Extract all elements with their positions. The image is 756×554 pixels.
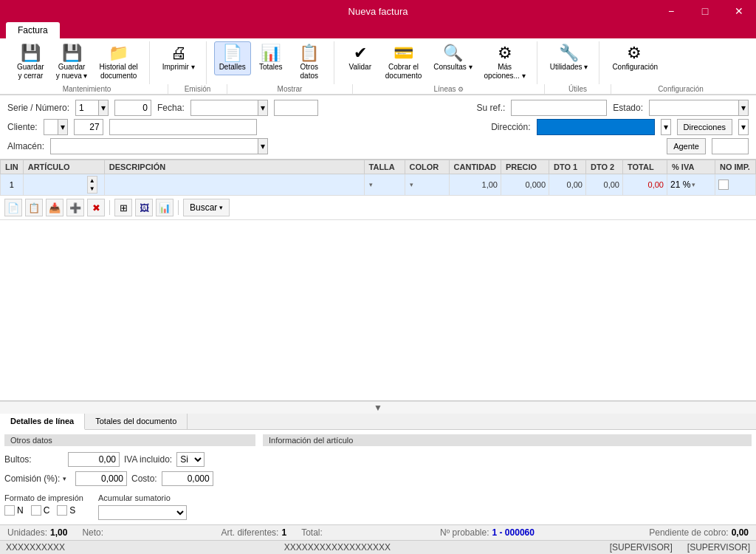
descripcion-input[interactable] bbox=[108, 179, 361, 190]
color-dropdown[interactable]: ▾ bbox=[408, 181, 446, 188]
direcciones-dd-arrow[interactable]: ▾ bbox=[739, 122, 748, 132]
fecha-extra-input[interactable] bbox=[274, 100, 318, 116]
cell-talla[interactable]: ▾ bbox=[364, 174, 405, 196]
otros-datos-button[interactable]: 📋 Otrosdatos bbox=[291, 41, 328, 84]
costo-input[interactable]: 0,000 bbox=[162, 471, 213, 486]
iva-arrow[interactable]: ▾ bbox=[692, 181, 695, 188]
serie-dropdown[interactable]: ▾ bbox=[98, 100, 108, 115]
bultos-input[interactable]: 0,00 bbox=[68, 452, 120, 467]
fecha-selector[interactable]: ▾ bbox=[190, 100, 268, 116]
iva-dropdown[interactable]: 21 % ▾ bbox=[670, 179, 712, 190]
comision-input[interactable]: 0,000 bbox=[75, 471, 127, 486]
collapse-row[interactable]: ▼ bbox=[0, 401, 756, 414]
direccion-dropdown-btn[interactable]: ▾ bbox=[661, 119, 671, 135]
serie-selector[interactable]: 1 ▾ bbox=[75, 100, 109, 116]
insert-row-button[interactable]: ➕ bbox=[66, 199, 84, 216]
table-row[interactable]: 1 ▲ ▼ ▾ bbox=[1, 174, 756, 196]
tab-totales-documento[interactable]: Totales del documento bbox=[85, 414, 188, 429]
direccion-dd-arrow[interactable]: ▾ bbox=[662, 122, 670, 132]
estado-dropdown[interactable]: ▾ bbox=[738, 100, 748, 115]
cell-iva[interactable]: 21 % ▾ bbox=[667, 174, 715, 196]
chart-button[interactable]: 📊 bbox=[156, 199, 173, 216]
almacen-input[interactable]: GENERAL bbox=[51, 139, 258, 154]
minimize-button[interactable]: − bbox=[654, 0, 688, 22]
cliente-dropdown[interactable]: ▾ bbox=[58, 120, 67, 134]
cliente-name-input[interactable]: XXXXXXXXXX bbox=[109, 119, 257, 135]
paste-row-button[interactable]: 📥 bbox=[46, 199, 63, 216]
check-c[interactable] bbox=[31, 505, 41, 516]
guardar-nueva-button[interactable]: 💾 Guardary nueva ▾ bbox=[51, 41, 93, 84]
cliente-selector[interactable]: ▾ bbox=[44, 119, 68, 135]
almacen-dropdown[interactable]: ▾ bbox=[258, 139, 267, 154]
acumular-select[interactable] bbox=[98, 505, 187, 520]
copy-row-button[interactable]: 📋 bbox=[25, 199, 43, 216]
utilidades-button[interactable]: 🔧 Utilidades ▾ bbox=[545, 41, 594, 75]
agente-button[interactable]: Agente bbox=[667, 138, 706, 154]
fecha-input[interactable] bbox=[191, 100, 258, 115]
maximize-button[interactable]: □ bbox=[688, 0, 722, 22]
cell-descripcion[interactable] bbox=[104, 174, 364, 196]
art-diferentes-value: 1 bbox=[281, 527, 286, 538]
articulo-input[interactable] bbox=[27, 179, 86, 190]
direcciones-dropdown[interactable]: ▾ bbox=[738, 119, 749, 135]
estado-input[interactable]: Pendiente bbox=[650, 100, 738, 115]
check-s-label: S bbox=[69, 505, 75, 516]
buscar-button[interactable]: Buscar ▾ bbox=[183, 199, 230, 216]
cliente-type-input[interactable] bbox=[44, 120, 58, 134]
imprimir-button[interactable]: 🖨 Imprimir ▾ bbox=[157, 41, 200, 75]
iva-incluido-select[interactable]: Si No bbox=[176, 452, 205, 467]
comision-arrow[interactable]: ▾ bbox=[63, 475, 66, 482]
collapse-icon[interactable]: ▼ bbox=[374, 403, 382, 413]
formato-checkboxes: N C S bbox=[4, 505, 83, 516]
numero-input[interactable] bbox=[114, 100, 151, 116]
delete-row-button[interactable]: ✖ bbox=[87, 199, 105, 216]
almacen-selector[interactable]: GENERAL ▾ bbox=[50, 138, 268, 154]
historial-button[interactable]: 📁 Historial deldocumento bbox=[94, 41, 143, 84]
fecha-dropdown[interactable]: ▾ bbox=[258, 100, 267, 115]
mas-opciones-icon: ⚙ bbox=[498, 45, 512, 61]
talla-dropdown[interactable]: ▾ bbox=[368, 181, 402, 188]
estado-label: Estado: bbox=[613, 103, 643, 113]
cell-articulo[interactable]: ▲ ▼ bbox=[23, 174, 104, 196]
cliente-num-input[interactable]: 27 bbox=[74, 119, 103, 135]
almacen-label: Almacén: bbox=[7, 141, 44, 151]
noimp-checkbox[interactable] bbox=[718, 179, 729, 190]
tab-detalles-linea[interactable]: Detalles de línea bbox=[0, 414, 85, 430]
configuracion-button[interactable]: ⚙ Configuración bbox=[607, 41, 662, 75]
pendiente-value: 0,00 bbox=[732, 527, 749, 538]
scroll-down-icon[interactable]: ▼ bbox=[88, 185, 97, 193]
articulo-scroll[interactable]: ▲ ▼ bbox=[87, 176, 97, 194]
footer-center: XXXXXXXXXXXXXXXXXX bbox=[284, 542, 391, 553]
su-ref-input[interactable] bbox=[511, 100, 607, 116]
check-s[interactable] bbox=[57, 505, 67, 516]
estado-selector[interactable]: Pendiente ▾ bbox=[649, 100, 749, 116]
cobrar-button[interactable]: 💳 Cobrar eldocumento bbox=[380, 41, 427, 84]
direccion-input[interactable] bbox=[537, 119, 655, 135]
mas-opciones-button[interactable]: ⚙ Másopciones... ▾ bbox=[479, 41, 531, 84]
image-button[interactable]: 🖼 bbox=[135, 199, 153, 216]
scroll-up-icon[interactable]: ▲ bbox=[88, 177, 97, 185]
direcciones-button[interactable]: Direcciones bbox=[677, 119, 732, 135]
iva-incluido-label: IVA incluido: bbox=[124, 454, 172, 465]
footer-supervisor1: [SUPERVISOR] bbox=[610, 542, 673, 553]
check-n[interactable] bbox=[4, 505, 15, 516]
cell-color[interactable]: ▾ bbox=[405, 174, 449, 196]
new-row-button[interactable]: 📄 bbox=[4, 199, 22, 216]
cell-noimp[interactable] bbox=[715, 174, 756, 196]
agente-input[interactable]: 0 bbox=[712, 138, 749, 154]
talla-arrow[interactable]: ▾ bbox=[369, 181, 373, 188]
art-diferentes-item: Art. diferentes: 1 bbox=[221, 527, 286, 538]
grid-icon-button[interactable]: ⊞ bbox=[114, 199, 132, 216]
serie-input[interactable]: 1 bbox=[76, 100, 98, 115]
color-arrow[interactable]: ▾ bbox=[410, 181, 413, 188]
detalles-button[interactable]: 📄 Detalles bbox=[214, 41, 251, 75]
ribbon-group-configuracion: ⚙ Configuración bbox=[601, 41, 667, 84]
close-button[interactable]: ✕ bbox=[722, 0, 756, 22]
totales-button[interactable]: 📊 Totales bbox=[252, 41, 289, 75]
consultas-button[interactable]: 🔍 Consultas ▾ bbox=[428, 41, 477, 75]
grid-header-row: LIN ARTÍCULO DESCRIPCIÓN TALLA COLOR CAN… bbox=[1, 160, 756, 174]
guardar-cerrar-button[interactable]: 💾 Guardary cerrar bbox=[12, 41, 49, 84]
utilidades-icon: 🔧 bbox=[559, 45, 579, 61]
tab-factura[interactable]: Factura bbox=[6, 22, 60, 38]
validar-button[interactable]: ✔ Validar bbox=[342, 41, 379, 75]
